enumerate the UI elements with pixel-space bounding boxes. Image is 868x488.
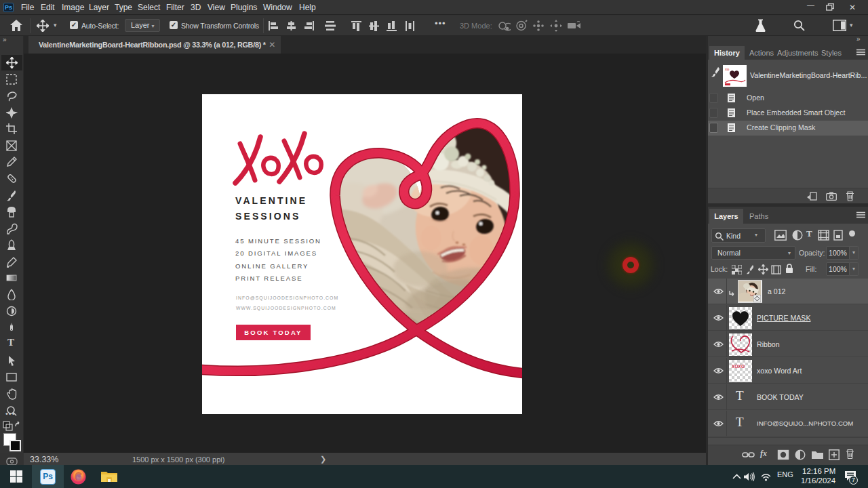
svg-text:xoxo: xoxo (731, 363, 745, 369)
svg-text:xo: xo (725, 67, 730, 71)
